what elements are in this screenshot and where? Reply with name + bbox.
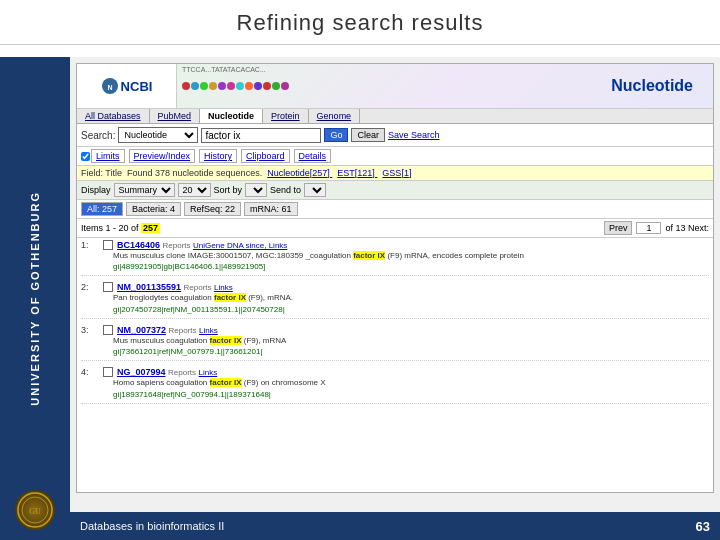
ncbi-logo-icon: N <box>101 77 119 95</box>
footer-course-label: Databases in bioinformatics II <box>80 520 224 532</box>
limits-link[interactable]: Limits <box>91 149 125 163</box>
result-links-3[interactable]: Links <box>199 326 218 335</box>
tab-all-databases[interactable]: All Databases <box>77 109 150 123</box>
nav-tabs-bar: All Databases PubMed Nucleotide Protein … <box>77 109 713 124</box>
result-links-1[interactable]: UniGene DNA since, Links <box>193 241 287 250</box>
main-content: N NCBI <box>70 57 720 540</box>
go-button[interactable]: Go <box>324 128 348 142</box>
filter-tab-all[interactable]: All: 257 <box>81 202 123 216</box>
est-count-link[interactable]: EST[121] <box>337 168 377 178</box>
items-range: Items 1 - 20 of 257 <box>81 223 160 233</box>
result-desc-3: Mus musculus coagulation factor IX (F9),… <box>113 336 286 345</box>
result-content-1: BC146406 Reports UniGene DNA since, Link… <box>117 240 709 250</box>
result-num-4: 4: <box>81 367 99 377</box>
total-count: 257 <box>141 223 160 233</box>
result-desc-row-1: Mus musculus clone IMAGE:30001507, MGC:1… <box>81 250 709 271</box>
ncbi-logo-area: N NCBI <box>77 64 177 108</box>
est-count: 121 <box>357 168 372 178</box>
slide-header: Refining search results <box>0 0 720 45</box>
nucleotide-label: Nucleotide <box>267 168 310 178</box>
filter-tabs-bar: All: 257 Bacteria: 4 RefSeq: 22 mRNA: 61 <box>77 200 713 219</box>
result-checkbox-1[interactable] <box>103 240 113 250</box>
tab-protein[interactable]: Protein <box>263 109 309 123</box>
result-source-4: Reports <box>168 368 196 377</box>
result-link-2[interactable]: NM_001135591 <box>117 282 181 292</box>
page-input[interactable] <box>636 222 661 234</box>
footer-slide-number: 63 <box>696 519 710 534</box>
database-select[interactable]: Nucleotide <box>118 127 198 143</box>
result-desc-4: Homo sapiens coagulation factor IX (F9) … <box>113 378 326 387</box>
result-links-4[interactable]: Links <box>199 368 218 377</box>
search-label: Search: <box>81 130 115 141</box>
gss-count: 1 <box>404 168 409 178</box>
slide-title: Refining search results <box>0 10 720 36</box>
items-text: Items 1 - 20 of <box>81 223 139 233</box>
filter-tab-mrna[interactable]: mRNA: 61 <box>244 202 298 216</box>
filter-tab-refseq[interactable]: RefSeq: 22 <box>184 202 241 216</box>
sort-select[interactable] <box>245 183 267 197</box>
result-checkbox-4[interactable] <box>103 367 113 377</box>
browser-top-bar: N NCBI <box>77 64 713 109</box>
page-controls: Prev of 13 Next: <box>604 221 709 235</box>
result-source-1: Reports <box>163 241 191 250</box>
browser-header-image: TTCCA...TATATACACAC... Nucleotide <box>177 64 713 108</box>
result-row-2: 2: NM_001135591 Reports Links <box>81 282 709 292</box>
sort-label: Sort by <box>214 185 243 195</box>
university-name: UNIVERSITY OF GOTHENBURG <box>29 191 41 406</box>
tab-pubmed[interactable]: PubMed <box>150 109 201 123</box>
display-label: Display <box>81 185 111 195</box>
result-source-2: Reports <box>184 283 212 292</box>
university-logo: GU <box>15 490 55 530</box>
nucleotide-count: 257 <box>312 168 327 178</box>
result-desc-row-3: Mus musculus coagulation factor IX (F9),… <box>81 335 709 356</box>
results-list: 1: BC146406 Reports UniGene DNA since, L… <box>77 238 713 433</box>
result-row-1: 1: BC146406 Reports UniGene DNA since, L… <box>81 240 709 250</box>
nucleotide-count-link[interactable]: Nucleotide[257] <box>267 168 332 178</box>
result-num-2: 2: <box>81 282 99 292</box>
result-checkbox-2[interactable] <box>103 282 113 292</box>
clipboard-link[interactable]: Clipboard <box>241 149 290 163</box>
preview-index-link[interactable]: Preview/Index <box>129 149 196 163</box>
result-checkbox-3[interactable] <box>103 325 113 335</box>
result-content-2: NM_001135591 Reports Links <box>117 282 709 292</box>
send-label: Send to <box>270 185 301 195</box>
result-link-4[interactable]: NG_007994 <box>117 367 166 377</box>
result-desc-row-2: Pan troglodytes coagulation factor IX (F… <box>81 292 709 313</box>
result-link-1[interactable]: BC146406 <box>117 240 160 250</box>
result-content-3: NM_007372 Reports Links <box>117 325 709 335</box>
ncbi-logo-text: NCBI <box>121 79 153 94</box>
search-input[interactable] <box>201 128 321 143</box>
show-select[interactable]: 20 <box>178 183 211 197</box>
result-acc-1: gi|489921905|gb|BC146406.1||489921905] <box>113 262 265 271</box>
history-link[interactable]: History <box>199 149 237 163</box>
limits-checkbox[interactable] <box>81 152 90 161</box>
result-row-4: 4: NG_007994 Reports Links <box>81 367 709 377</box>
ncbi-logo: N NCBI <box>101 77 153 95</box>
prev-button[interactable]: Prev <box>604 221 633 235</box>
limits-checkbox-item: Limits <box>81 149 125 163</box>
result-num-3: 3: <box>81 325 99 335</box>
clear-button[interactable]: Clear <box>351 128 385 142</box>
details-link[interactable]: Details <box>294 149 332 163</box>
limits-bar: Limits Preview/Index History Clipboard D… <box>77 147 713 166</box>
ncbi-browser: N NCBI <box>76 63 714 493</box>
nucleotide-page-title: Nucleotide <box>611 77 693 95</box>
search-bar: Search: Nucleotide Go Clear Save Search <box>77 124 713 147</box>
filter-tab-bacteria[interactable]: Bacteria: 4 <box>126 202 181 216</box>
result-item-3: 3: NM_007372 Reports Links Mus musculus … <box>81 325 709 361</box>
field-label: Field: Title <box>81 168 122 178</box>
result-links-2[interactable]: Links <box>214 283 233 292</box>
tab-genome[interactable]: Genome <box>309 109 361 123</box>
tab-nucleotide[interactable]: Nucleotide <box>200 109 263 123</box>
display-select[interactable]: Summary <box>114 183 175 197</box>
send-select[interactable] <box>304 183 326 197</box>
result-acc-3: gi|73661201|ref|NM_007979.1||73661201| <box>113 347 262 356</box>
gss-label: GSS <box>382 168 401 178</box>
result-link-3[interactable]: NM_007372 <box>117 325 166 335</box>
save-search-link[interactable]: Save Search <box>388 130 440 140</box>
result-desc-1: Mus musculus clone IMAGE:30001507, MGC:1… <box>113 251 524 260</box>
display-bar: Display Summary 20 Sort by Send to <box>77 181 713 200</box>
result-num-1: 1: <box>81 240 99 250</box>
gss-count-link[interactable]: GSS[1] <box>382 168 411 178</box>
result-item-1: 1: BC146406 Reports UniGene DNA since, L… <box>81 240 709 276</box>
